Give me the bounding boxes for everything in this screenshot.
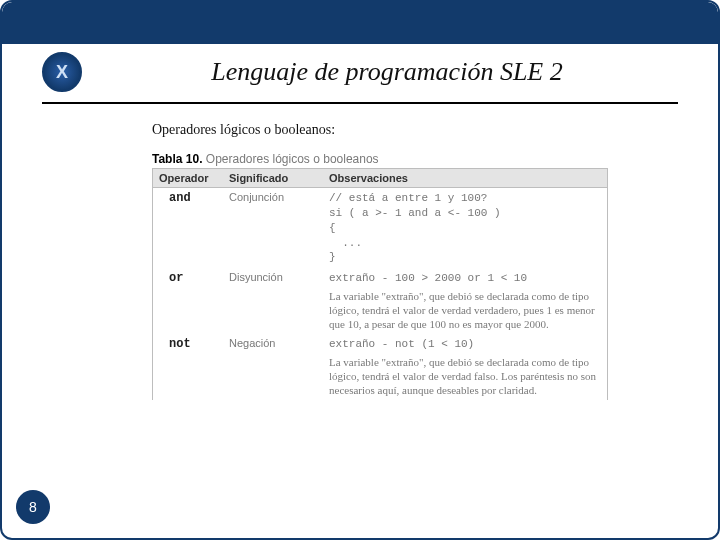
- logo-icon: X: [42, 52, 82, 92]
- code-sample: extraño - not (1 < 10): [329, 337, 601, 352]
- col-header-operator: Operador: [153, 169, 223, 187]
- page-title: Lenguaje de programación SLE 2: [96, 57, 678, 87]
- cell-observaciones: extraño - 100 > 2000 or 1 < 10 La variab…: [323, 268, 607, 334]
- col-header-significado: Significado: [223, 169, 323, 187]
- cell-significado: Conjunción: [223, 188, 323, 206]
- cell-observaciones: // está a entre 1 y 100? si ( a >- 1 and…: [323, 188, 607, 268]
- cell-operator: not: [153, 334, 223, 354]
- table-label: Tabla 10.: [152, 152, 202, 166]
- content-area: Operadores lógicos o booleanos: Tabla 10…: [2, 104, 718, 400]
- code-sample: // está a entre 1 y 100? si ( a >- 1 and…: [329, 191, 601, 265]
- table-header-row: Operador Significado Observaciones: [153, 169, 607, 188]
- table-row: not Negación extraño - not (1 < 10) La v…: [153, 334, 607, 400]
- page-number-badge: 8: [16, 490, 50, 524]
- section-subtitle: Operadores lógicos o booleanos:: [152, 122, 608, 138]
- title-row: X Lenguaje de programación SLE 2: [2, 44, 718, 96]
- table-row: or Disyunción extraño - 100 > 2000 or 1 …: [153, 268, 607, 334]
- top-bar: [2, 2, 718, 44]
- table-row: and Conjunción // está a entre 1 y 100? …: [153, 188, 607, 268]
- cell-significado: Negación: [223, 334, 323, 352]
- code-sample: extraño - 100 > 2000 or 1 < 10: [329, 271, 601, 286]
- table-caption-text: Operadores lógicos o booleanos: [206, 152, 379, 166]
- operators-table: Operador Significado Observaciones and C…: [152, 168, 608, 400]
- table-caption: Tabla 10. Operadores lógicos o booleanos: [152, 152, 608, 166]
- cell-significado: Disyunción: [223, 268, 323, 286]
- cell-operator: or: [153, 268, 223, 288]
- cell-operator: and: [153, 188, 223, 208]
- col-header-observaciones: Observaciones: [323, 169, 607, 187]
- slide: X Lenguaje de programación SLE 2 Operado…: [0, 0, 720, 540]
- cell-observaciones: extraño - not (1 < 10) La variable "extr…: [323, 334, 607, 400]
- note-text: La variable "extraño", que debió se decl…: [329, 356, 601, 397]
- note-text: La variable "extraño", que debió se decl…: [329, 290, 601, 331]
